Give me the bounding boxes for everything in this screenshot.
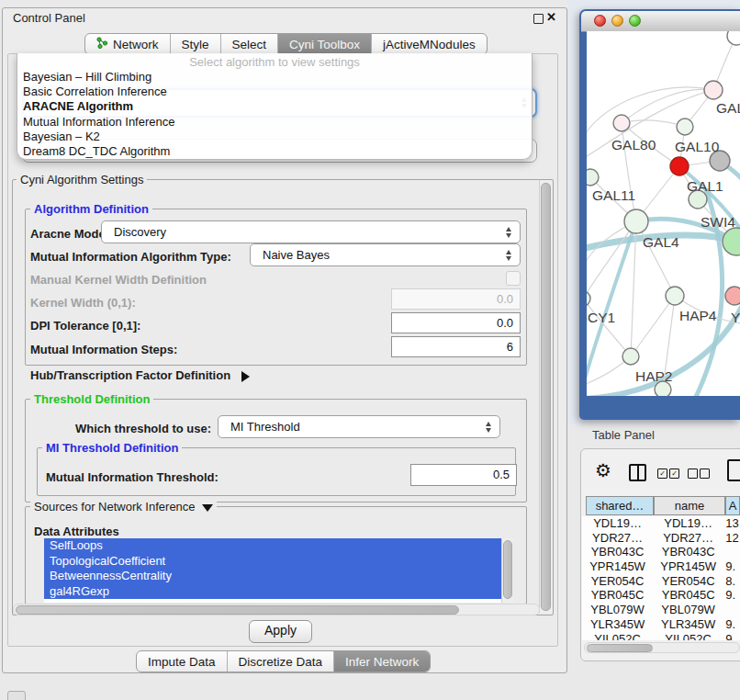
attribute-list-item[interactable]: BetweennessCentrality bbox=[44, 569, 512, 584]
which-threshold-label: Which threshold to use: bbox=[75, 422, 211, 435]
column-header-name[interactable]: name bbox=[654, 496, 725, 515]
window-zoom-button[interactable] bbox=[629, 15, 641, 27]
columns-icon[interactable] bbox=[629, 464, 646, 481]
table-row[interactable]: YIL052CYIL052C9 bbox=[582, 632, 740, 641]
threshold-definition-title: Threshold Definition bbox=[30, 392, 153, 406]
tab-impute-data[interactable]: Impute Data bbox=[137, 651, 228, 672]
dropdown-prompt: Select algorithm to view settings bbox=[17, 53, 532, 70]
float-window-icon[interactable] bbox=[533, 14, 544, 24]
algorithm-option[interactable]: Bayesian – Hill Climbing bbox=[17, 70, 532, 85]
which-threshold-combobox[interactable]: MI Threshold bbox=[218, 415, 500, 438]
document-icon[interactable] bbox=[727, 459, 740, 481]
data-attributes-list[interactable]: SelfLoopsTopologicalCoefficientBetweenne… bbox=[44, 538, 512, 603]
table-cell: YPR145W bbox=[582, 559, 653, 574]
table-cell: 13 bbox=[723, 516, 740, 531]
aracne-mode-combobox[interactable]: Discovery bbox=[101, 220, 521, 243]
network-node[interactable] bbox=[622, 348, 639, 365]
settings-group-title: Cyni Algorithm Settings bbox=[17, 173, 147, 186]
network-node[interactable] bbox=[587, 169, 599, 186]
checked-checkbox-icon[interactable]: ✓ bbox=[657, 469, 667, 479]
algorithm-option[interactable]: Dream8 DC_TDC Algorithm bbox=[17, 144, 532, 159]
tab-discretize-data[interactable]: Discretize Data bbox=[228, 651, 335, 672]
attributes-scrollbar-thumb[interactable] bbox=[503, 540, 512, 599]
table-hscrollbar-thumb[interactable] bbox=[587, 644, 653, 652]
window-minimize-button[interactable] bbox=[611, 15, 623, 27]
tab-cyni-toolbox[interactable]: Cyni Toolbox bbox=[278, 34, 372, 54]
network-node[interactable] bbox=[727, 31, 740, 45]
close-icon[interactable]: ✕ bbox=[546, 10, 556, 24]
table-row[interactable]: YBL079WYBL079W bbox=[582, 603, 740, 617]
unchecked-checkbox-icon[interactable] bbox=[688, 469, 698, 479]
table-row[interactable]: YDL19…YDL19…13 bbox=[582, 516, 740, 531]
mi-threshold-label: Mutual Information Threshold: bbox=[46, 470, 219, 484]
table-row[interactable]: YBR045CYBR045C9. bbox=[582, 588, 740, 603]
node-label: GAL10 bbox=[675, 139, 720, 154]
table-row[interactable]: YDR27…YDR27…12 bbox=[582, 531, 740, 546]
network-node[interactable] bbox=[723, 228, 740, 255]
network-node[interactable] bbox=[624, 209, 648, 233]
column-header-shared[interactable]: shared… bbox=[586, 496, 654, 515]
dpi-tolerance-field[interactable]: 0.0 bbox=[391, 312, 521, 333]
table-row[interactable]: YPR145WYPR145W9. bbox=[582, 559, 740, 574]
network-node[interactable] bbox=[677, 119, 693, 135]
algorithm-option[interactable]: Basic Correlation Inference bbox=[17, 85, 532, 99]
algorithm-option[interactable]: Bayesian – K2 bbox=[17, 130, 532, 144]
sources-group-title[interactable]: Sources for Network Inference bbox=[30, 500, 217, 514]
node-label: Y bbox=[731, 310, 740, 325]
combo-stepper-icon bbox=[486, 422, 491, 433]
table-cell: YBL079W bbox=[582, 603, 653, 617]
gear-icon[interactable]: ⚙ bbox=[595, 459, 611, 481]
network-node[interactable] bbox=[666, 287, 684, 305]
network-graph: GAL8GAL80GAL10GAL1GAL11SWI4GAL4GCY1HAP4Y… bbox=[587, 31, 740, 396]
table-cell: YLR345W bbox=[582, 617, 653, 632]
tab-style[interactable]: Style bbox=[171, 34, 221, 54]
tab-jactivemnodules[interactable]: jActiveMNodules bbox=[372, 34, 487, 54]
kernel-width-field[interactable]: 0.0 bbox=[391, 288, 521, 310]
which-threshold-value: MI Threshold bbox=[230, 420, 300, 434]
table-row[interactable]: YLR345WYLR345W9. bbox=[582, 617, 740, 632]
checked-checkbox-icon[interactable]: ✓ bbox=[669, 469, 679, 479]
node-label: SWI4 bbox=[701, 214, 735, 230]
network-edge[interactable] bbox=[622, 120, 685, 127]
table-row[interactable]: YER054CYER054C8. bbox=[582, 574, 740, 589]
attribute-list-item[interactable]: SelfLoops bbox=[44, 538, 512, 554]
network-canvas[interactable]: GAL8GAL80GAL10GAL1GAL11SWI4GAL4GCY1HAP4Y… bbox=[587, 31, 740, 396]
apply-button[interactable]: Apply bbox=[249, 620, 312, 643]
mi-threshold-field[interactable]: 0.5 bbox=[410, 464, 517, 486]
algorithm-option[interactable]: ARACNE Algorithm bbox=[17, 99, 532, 114]
algorithm-option[interactable]: Mutual Information Inference bbox=[17, 115, 532, 130]
network-node[interactable] bbox=[725, 287, 740, 305]
network-node[interactable] bbox=[670, 157, 689, 175]
node-label: HAP2 bbox=[635, 368, 673, 384]
tab-network[interactable]: Network bbox=[85, 34, 171, 54]
mi-type-combobox[interactable]: Naive Bayes bbox=[250, 243, 521, 266]
algorithm-dropdown-list: Bayesian – Hill ClimbingBasic Correlatio… bbox=[17, 70, 532, 159]
attribute-list-item[interactable]: TopologicalCoefficient bbox=[44, 554, 512, 570]
window-close-button[interactable] bbox=[594, 15, 606, 27]
control-panel-title: Control Panel bbox=[13, 11, 85, 25]
network-node[interactable] bbox=[587, 291, 590, 306]
settings-scrollbar-thumb[interactable] bbox=[541, 183, 551, 611]
manual-kernel-checkbox[interactable] bbox=[506, 271, 521, 286]
network-edge[interactable] bbox=[587, 221, 636, 299]
mi-steps-field[interactable]: 6 bbox=[391, 336, 521, 357]
column-header-partial[interactable]: A bbox=[725, 496, 740, 515]
network-edge[interactable] bbox=[587, 87, 713, 140]
attribute-list-item[interactable]: gal4RGexp bbox=[44, 584, 512, 600]
mi-threshold-group-title: MI Threshold Definition bbox=[42, 441, 182, 455]
unchecked-checkbox-icon[interactable] bbox=[700, 469, 710, 479]
expand-right-icon bbox=[241, 371, 250, 382]
hub-definition-expander[interactable]: Hub/Transcription Factor Definition bbox=[30, 368, 250, 382]
aracne-mode-label: Aracne Mode: bbox=[30, 227, 109, 241]
table-row[interactable]: YBR043CYBR043C bbox=[582, 545, 740, 559]
network-node[interactable] bbox=[613, 115, 630, 131]
tab-infer-network[interactable]: Infer Network bbox=[334, 651, 430, 672]
partial-corner-button[interactable] bbox=[7, 691, 26, 700]
settings-hscrollbar-thumb[interactable] bbox=[16, 605, 459, 615]
table-cell: 8. bbox=[723, 574, 740, 589]
network-node[interactable] bbox=[704, 81, 723, 99]
table-cell: 9 bbox=[723, 632, 740, 641]
control-panel-tabbar: Network Style Select Cyni Toolbox jActiv… bbox=[84, 33, 488, 55]
tab-select[interactable]: Select bbox=[221, 34, 279, 54]
table-cell bbox=[723, 545, 740, 559]
